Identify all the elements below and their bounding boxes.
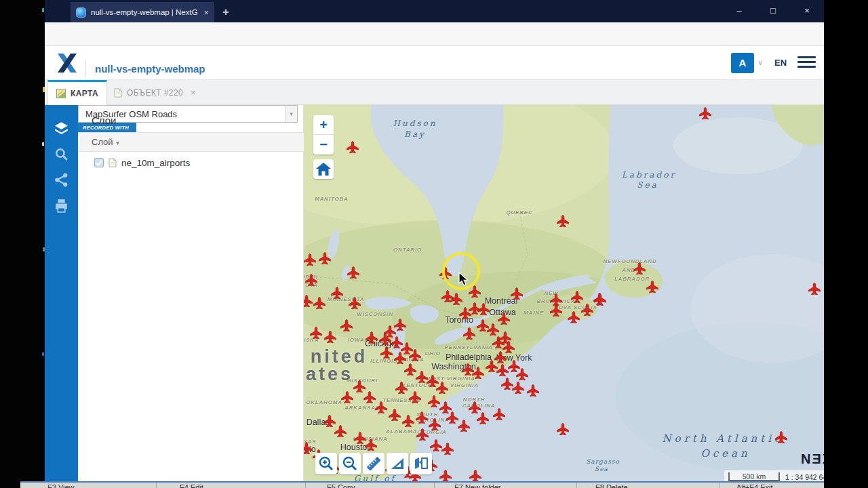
- airport-marker[interactable]: [469, 469, 482, 481]
- airport-marker[interactable]: [408, 348, 422, 362]
- new-tab-button[interactable]: +: [222, 5, 229, 19]
- swap-panels-icon: [410, 453, 432, 474]
- airport-marker[interactable]: [309, 326, 323, 340]
- airport-marker[interactable]: [450, 292, 463, 306]
- airport-marker[interactable]: [313, 296, 326, 310]
- map-label: Sea: [595, 466, 608, 472]
- airport-marker[interactable]: [476, 411, 490, 425]
- nextgis-logo[interactable]: [56, 52, 79, 77]
- airport-marker[interactable]: [441, 442, 454, 455]
- user-account-button[interactable]: A: [731, 53, 754, 73]
- tab-object-close-icon[interactable]: ×: [191, 87, 196, 98]
- map-canvas[interactable]: HudsonBayLabradorSeaNorth AtlanticOceanS…: [304, 105, 824, 481]
- measure-area-button[interactable]: [387, 453, 408, 474]
- tab-map[interactable]: КАРТА: [47, 80, 107, 105]
- airport-marker[interactable]: [439, 469, 452, 481]
- airport-marker[interactable]: [340, 319, 353, 332]
- airport-marker[interactable]: [593, 293, 607, 306]
- map-label: QUÉBEC: [506, 209, 532, 216]
- tab-close-icon[interactable]: ×: [203, 7, 209, 18]
- map-label: Ocean: [701, 447, 750, 460]
- zoom-in-button[interactable]: +: [313, 115, 334, 135]
- airport-marker[interactable]: [476, 319, 490, 332]
- airport-marker[interactable]: [774, 430, 788, 444]
- zoom-out-button[interactable]: −: [313, 135, 334, 155]
- tab-object-label: ОБЪЕКТ #220: [127, 88, 183, 98]
- airport-marker[interactable]: [330, 286, 344, 300]
- airport-marker[interactable]: [415, 411, 429, 424]
- maximize-button[interactable]: □: [766, 5, 780, 16]
- swap-panels-button[interactable]: [410, 453, 432, 474]
- desktop-background: [824, 0, 868, 488]
- airport-marker[interactable]: [435, 381, 449, 394]
- print-icon[interactable]: [53, 197, 70, 214]
- airport-marker[interactable]: [364, 438, 378, 451]
- airport-marker[interactable]: [515, 367, 529, 381]
- initial-extent-button[interactable]: [313, 159, 334, 179]
- airport-marker[interactable]: [347, 266, 360, 279]
- layer-checkbox[interactable]: [94, 158, 104, 167]
- layer-group-row[interactable]: Слой ▾: [78, 132, 304, 152]
- measure-distance-button[interactable]: [363, 453, 384, 474]
- airport-marker[interactable]: [646, 280, 659, 293]
- airport-marker[interactable]: [633, 262, 646, 275]
- airport-marker[interactable]: [511, 381, 525, 394]
- airport-marker[interactable]: [808, 282, 821, 296]
- airport-marker[interactable]: [304, 253, 317, 266]
- airport-marker[interactable]: [698, 106, 712, 120]
- share-icon[interactable]: [53, 171, 70, 188]
- airport-marker[interactable]: [580, 303, 594, 317]
- basemap-dropdown-icon[interactable]: ▾: [285, 106, 297, 122]
- airport-marker[interactable]: [556, 422, 570, 436]
- airport-marker[interactable]: [380, 346, 393, 359]
- airport-marker[interactable]: [556, 214, 570, 228]
- scale-bar: 500 km: [728, 472, 780, 481]
- airport-marker[interactable]: [334, 424, 347, 438]
- airport-marker[interactable]: [408, 390, 422, 404]
- airport-marker[interactable]: [567, 310, 580, 324]
- airport-marker[interactable]: [374, 401, 388, 414]
- map-label: North Atlantic: [662, 432, 783, 445]
- airport-marker[interactable]: [393, 318, 407, 331]
- browser-tab[interactable]: null-vs-empty-webmap | NextG ×: [71, 2, 214, 22]
- airport-marker[interactable]: [526, 384, 540, 397]
- airport-marker[interactable]: [570, 290, 584, 304]
- group-dropdown-icon[interactable]: ▾: [116, 139, 119, 146]
- airport-marker[interactable]: [428, 418, 441, 431]
- airport-marker[interactable]: [365, 331, 378, 344]
- layer-doc-icon: [108, 158, 117, 167]
- airport-marker[interactable]: [549, 304, 563, 317]
- airport-marker[interactable]: [304, 294, 313, 308]
- airport-marker[interactable]: [348, 296, 361, 310]
- airport-marker[interactable]: [457, 419, 471, 432]
- airport-marker[interactable]: [395, 381, 408, 394]
- airport-marker[interactable]: [346, 140, 359, 154]
- map-label: ALABAMA: [386, 428, 417, 434]
- airport-marker[interactable]: [462, 327, 476, 340]
- minimize-button[interactable]: –: [732, 5, 746, 16]
- airport-marker[interactable]: [340, 390, 354, 404]
- browser-navbar: ← → ⟳ ⌂ ⓘ demo.nextgis.com/resource/471/…: [45, 22, 824, 46]
- close-button[interactable]: ×: [800, 5, 814, 16]
- airport-marker[interactable]: [492, 407, 506, 421]
- airport-marker[interactable]: [318, 251, 332, 265]
- zoom-in-tool-button[interactable]: [315, 453, 337, 474]
- search-icon[interactable]: [53, 146, 70, 163]
- airport-marker[interactable]: [401, 414, 415, 428]
- airport-marker[interactable]: [304, 273, 318, 287]
- layer-item[interactable]: ne_10m_airports: [78, 154, 304, 171]
- app-menu-icon[interactable]: [797, 56, 816, 68]
- airport-marker[interactable]: [323, 330, 337, 344]
- user-caret-icon[interactable]: ∨: [757, 58, 763, 67]
- layers-icon[interactable]: [53, 120, 70, 137]
- language-switcher[interactable]: EN: [774, 58, 787, 68]
- tab-object[interactable]: ОБЪЕКТ #220 ×: [106, 80, 204, 105]
- airport-marker[interactable]: [485, 359, 498, 373]
- map-label: Sea: [637, 180, 658, 190]
- airport-marker[interactable]: [416, 428, 429, 441]
- airport-marker[interactable]: [510, 287, 524, 300]
- zoom-out-tool-button[interactable]: [339, 453, 361, 474]
- airport-marker[interactable]: [477, 302, 490, 316]
- airport-marker[interactable]: [461, 363, 475, 376]
- airport-marker[interactable]: [388, 408, 401, 422]
